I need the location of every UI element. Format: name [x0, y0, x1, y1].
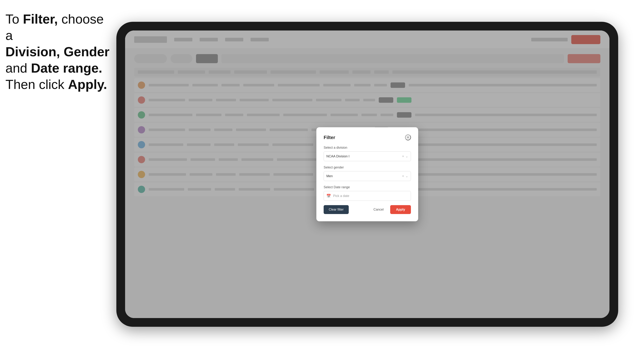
- gender-label: Select gender: [324, 166, 411, 169]
- gender-value: Men: [326, 174, 402, 178]
- select-icons: × ⌄: [402, 154, 408, 158]
- gender-form-group: Select gender Men × ⌄: [324, 166, 411, 181]
- division-label: Select a division: [324, 146, 411, 150]
- date-input[interactable]: 📅 Pick a date: [324, 191, 411, 201]
- division-value: NCAA Division I: [326, 155, 402, 158]
- instruction-line1: To Filter, choose a: [6, 12, 104, 43]
- division-clear-icon[interactable]: ×: [402, 155, 404, 158]
- instruction-bold2: Division, Gender: [6, 44, 110, 59]
- modal-close-button[interactable]: ×: [405, 135, 411, 140]
- instruction-line4: Then click Apply.: [6, 77, 107, 92]
- date-form-group: Select Date range 📅 Pick a date: [324, 185, 411, 201]
- select-icons: × ⌄: [402, 174, 408, 178]
- gender-select[interactable]: Men × ⌄: [324, 171, 411, 181]
- tablet-screen: Filter × Select a division NCAA Division…: [125, 30, 610, 318]
- cancel-button[interactable]: Cancel: [370, 205, 387, 214]
- modal-title: Filter: [324, 135, 335, 140]
- apply-button[interactable]: Apply: [390, 205, 411, 214]
- division-select[interactable]: NCAA Division I × ⌄: [324, 151, 411, 161]
- gender-clear-icon[interactable]: ×: [402, 174, 404, 178]
- modal-header: Filter ×: [324, 135, 411, 140]
- division-form-group: Select a division NCAA Division I × ⌄: [324, 146, 411, 161]
- division-arrow-icon[interactable]: ⌄: [406, 154, 408, 158]
- instruction-block: To Filter, choose a Division, Gender and…: [6, 11, 111, 93]
- gender-arrow-icon[interactable]: ⌄: [406, 174, 408, 178]
- modal-footer-right: Cancel Apply: [370, 205, 411, 214]
- calendar-icon: 📅: [326, 194, 331, 198]
- date-placeholder: Pick a date: [333, 194, 349, 198]
- modal-overlay[interactable]: Filter × Select a division NCAA Division…: [125, 30, 610, 318]
- filter-modal: Filter × Select a division NCAA Division…: [316, 127, 418, 221]
- modal-footer: Clear filter Cancel Apply: [324, 205, 411, 214]
- instruction-line3: and Date range.: [6, 61, 102, 75]
- tablet-frame: Filter × Select a division NCAA Division…: [116, 22, 618, 327]
- clear-filter-button[interactable]: Clear filter: [324, 205, 349, 214]
- date-label: Select Date range: [324, 185, 411, 189]
